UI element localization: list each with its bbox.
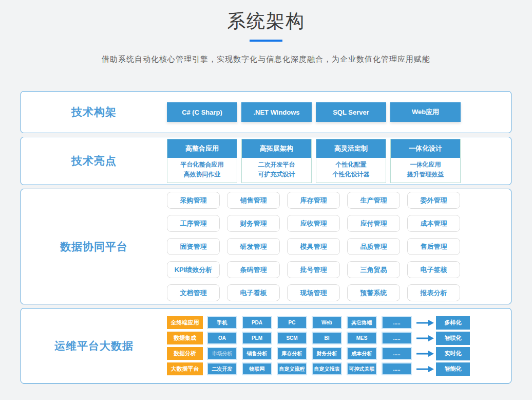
highlight-card-title: 一体化设计 [391,139,460,158]
module-button[interactable]: 报表分析 [407,284,460,301]
tech-button-sqlserver[interactable]: SQL Server [316,102,386,122]
module-button[interactable]: 库存管理 [287,192,340,209]
arrow-right-icon [416,366,434,373]
module-button[interactable]: 三角贸易 [347,261,400,278]
ops-result-button[interactable]: 实时化 [436,347,470,360]
module-button[interactable]: 销售管理 [227,192,280,209]
ops-result-button[interactable]: 智联化 [436,332,470,345]
ops-item-button[interactable]: 自定义流程 [277,362,307,375]
ops-ellipsis-button[interactable]: ..... [382,316,412,329]
highlights-title: 技术亮点 [21,154,167,168]
module-button[interactable]: 研发管理 [227,238,280,255]
ops-ellipsis-button[interactable]: ..... [382,347,412,360]
module-button[interactable]: 工序管理 [167,215,220,232]
ops-rows: 全终端应用 手机 PDA PC Web 其它终端 ..... 多样化 数据集成 … [167,316,470,376]
ops-row-integration: 数据集成 OA PLM SCM BI MES ..... 智联化 [167,332,470,345]
system-architecture-page: 系统架构 借助系统自动化核心管理引擎，实现数字化与信息化深度融合，为企业数值化管… [0,0,532,400]
ops-item-button[interactable]: 其它终端 [347,316,377,329]
module-button[interactable]: 条码管理 [227,261,280,278]
module-button[interactable]: 电子签核 [407,261,460,278]
ops-item-button[interactable]: OA [207,332,237,344]
ops-platform-title: 运维平台大数据 [21,339,167,353]
tech-stack-title: 技术构架 [21,105,167,119]
tech-stack-panel: 技术构架 C# (C Sharp) .NET Windows SQL Serve… [21,91,511,133]
highlight-line: 个性化设计器 [316,170,386,179]
tech-stack-buttons: C# (C Sharp) .NET Windows SQL Server Web… [167,102,461,122]
highlight-card-title: 高整合应用 [167,139,237,158]
highlights-panel: 技术亮点 高整合应用 平台化整合应用 高效协同作业 高拓展架构 二次开发平台 可… [21,137,511,185]
ops-item-button[interactable]: 物联网 [242,362,272,375]
ops-item-button[interactable]: 库存分析 [277,347,307,360]
page-title: 系统架构 [0,10,532,32]
highlight-line: 高效协同作业 [167,170,237,179]
module-button[interactable]: 财务管理 [227,215,280,232]
module-button[interactable]: 文档管理 [167,284,220,301]
tech-button-webapp[interactable]: Web应用 [390,102,461,122]
module-button[interactable]: 预警系统 [347,284,400,301]
ops-item-button[interactable]: PLM [242,332,272,344]
highlight-line: 提升管理效益 [391,170,460,179]
ops-result-button[interactable]: 多样化 [436,316,470,330]
arrow-right-icon [416,335,434,342]
highlight-card-body: 个性化配置 个性化设计器 [316,158,386,183]
module-button[interactable]: 品质管理 [347,238,400,255]
highlight-card-title: 高拓展架构 [242,139,311,158]
module-button[interactable]: 批号管理 [287,261,340,278]
module-button[interactable]: 售后管理 [407,238,460,255]
ops-item-button[interactable]: MES [347,332,377,344]
panels-container: 技术构架 C# (C Sharp) .NET Windows SQL Serve… [0,91,532,384]
ops-result-button[interactable]: 智能化 [436,362,470,376]
module-button[interactable]: 应付管理 [347,215,400,232]
module-button[interactable]: KPI绩效分析 [167,261,220,278]
highlight-card: 一体化设计 一体化应用 提升管理效益 [390,139,461,183]
ops-category-label: 大数据平台 [167,362,203,375]
module-button[interactable]: 应收管理 [287,215,340,232]
ops-item-button[interactable]: PC [277,316,307,329]
tech-button-csharp[interactable]: C# (C Sharp) [167,102,237,122]
module-grid: 采购管理 销售管理 库存管理 生产管理 委外管理 工序管理 财务管理 应收管理 … [167,192,460,301]
highlight-line: 个性化配置 [316,160,386,170]
ops-item-button[interactable]: 财务分析 [312,347,342,360]
ops-item-button[interactable]: 市场分析 [207,347,237,360]
highlight-card-title: 高灵活定制 [316,139,386,158]
highlight-cards: 高整合应用 平台化整合应用 高效协同作业 高拓展架构 二次开发平台 可扩充式设计… [167,139,461,183]
arrow-right-icon [416,319,434,326]
ops-item-button[interactable]: 可控式关联 [347,362,377,375]
ops-platform-panel: 运维平台大数据 全终端应用 手机 PDA PC Web 其它终端 ..... 多… [21,308,511,384]
module-button[interactable]: 模具管理 [287,238,340,255]
module-button[interactable]: 委外管理 [407,192,460,209]
ops-item-button[interactable]: 自定义报表 [312,362,342,375]
data-platform-title: 数据协同平台 [21,240,167,254]
highlight-line: 二次开发平台 [242,160,311,170]
ops-item-button[interactable]: 成本分析 [347,347,377,360]
data-platform-panel: 数据协同平台 采购管理 销售管理 库存管理 生产管理 委外管理 工序管理 财务管… [21,189,511,304]
ops-item-button[interactable]: 手机 [207,316,237,329]
page-header: 系统架构 借助系统自动化核心管理引擎，实现数字化与信息化深度融合，为企业数值化管… [0,0,532,64]
ops-row-analysis: 数据分析 市场分析 销售分析 库存分析 财务分析 成本分析 ..... 实时化 [167,347,470,360]
tech-button-dotnet[interactable]: .NET Windows [241,102,312,122]
ops-item-button[interactable]: 销售分析 [242,347,272,360]
ops-ellipsis-button[interactable]: ..... [382,362,412,375]
highlight-line: 可扩充式设计 [242,170,311,179]
page-subtitle: 借助系统自动化核心管理引擎，实现数字化与信息化深度融合，为企业数值化管理应用赋能 [0,54,532,64]
ops-item-button[interactable]: 二次开发 [207,362,237,375]
module-button[interactable]: 采购管理 [167,192,220,209]
module-button[interactable]: 现场管理 [287,284,340,301]
highlight-card: 高拓展架构 二次开发平台 可扩充式设计 [241,139,312,183]
title-underline [250,40,282,42]
ops-item-button[interactable]: BI [312,332,342,344]
highlight-card: 高整合应用 平台化整合应用 高效协同作业 [167,139,237,183]
module-button[interactable]: 成本管理 [407,215,460,232]
module-button[interactable]: 电子看板 [227,284,280,301]
ops-category-label: 全终端应用 [167,316,203,329]
ops-item-button[interactable]: Web [312,316,342,329]
module-button[interactable]: 生产管理 [347,192,400,209]
ops-ellipsis-button[interactable]: ..... [382,332,412,344]
ops-category-label: 数据集成 [167,332,203,344]
module-button[interactable]: 固资管理 [167,238,220,255]
ops-category-label: 数据分析 [167,347,203,360]
ops-row-bigdata: 大数据平台 二次开发 物联网 自定义流程 自定义报表 可控式关联 ..... 智… [167,362,470,376]
highlight-card-body: 平台化整合应用 高效协同作业 [167,158,237,183]
ops-item-button[interactable]: PDA [242,316,272,329]
ops-item-button[interactable]: SCM [277,332,307,344]
